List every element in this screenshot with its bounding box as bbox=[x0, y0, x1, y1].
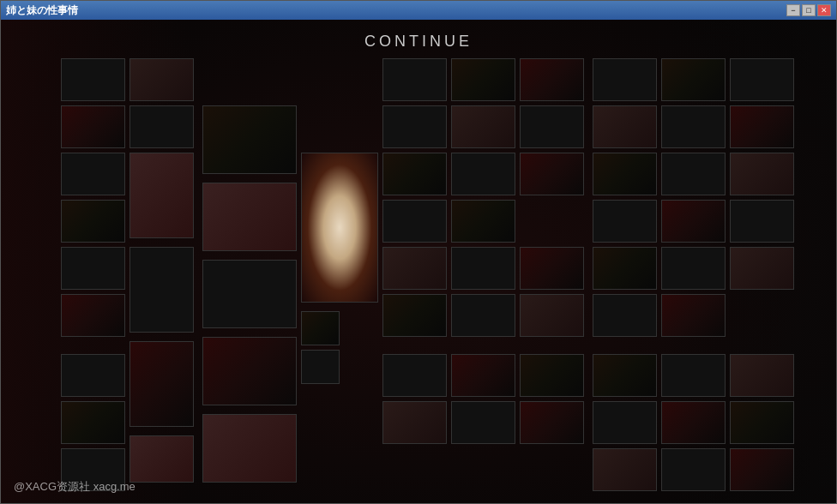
thumbnail-cr-13[interactable] bbox=[451, 247, 515, 290]
thumbnail-r-23[interactable] bbox=[730, 401, 794, 444]
thumbnail-14[interactable] bbox=[129, 341, 194, 427]
thumbnail-cr-7[interactable] bbox=[382, 153, 447, 195]
thumbnail-16[interactable] bbox=[202, 105, 297, 174]
thumbnail-r-13[interactable] bbox=[593, 247, 657, 290]
thumbnail-3[interactable] bbox=[61, 153, 125, 195]
thumbnail-r-1[interactable] bbox=[593, 58, 657, 101]
thumbnail-cr-21[interactable] bbox=[382, 401, 447, 444]
thumbnail-r-18[interactable] bbox=[593, 354, 657, 397]
thumbnail-18[interactable] bbox=[202, 260, 297, 328]
thumbnail-small-1[interactable] bbox=[301, 311, 340, 345]
thumbnail-r-25[interactable] bbox=[661, 448, 726, 491]
thumbnail-cr-15[interactable] bbox=[382, 294, 447, 337]
thumbnails-container bbox=[61, 58, 776, 473]
thumbnail-r-19[interactable] bbox=[661, 354, 726, 397]
thumbnail-r-21[interactable] bbox=[593, 401, 657, 444]
thumbnail-r-8[interactable] bbox=[661, 153, 726, 195]
thumbnail-r-3[interactable] bbox=[730, 58, 794, 101]
window: 姉と妹の性事情 − □ ✕ CONTINUE bbox=[0, 0, 837, 504]
thumbnail-13[interactable] bbox=[129, 247, 194, 333]
thumbnail-5[interactable] bbox=[61, 247, 125, 290]
title-bar-controls: − □ ✕ bbox=[786, 4, 831, 16]
thumbnail-r-12[interactable] bbox=[730, 200, 794, 243]
thumbnail-cr-19[interactable] bbox=[451, 354, 515, 397]
thumbnail-r-14[interactable] bbox=[661, 247, 726, 290]
thumbnail-17[interactable] bbox=[202, 183, 297, 251]
maximize-button[interactable]: □ bbox=[802, 4, 816, 16]
thumbnail-r-5[interactable] bbox=[661, 105, 726, 148]
thumbnail-cr-1[interactable] bbox=[382, 58, 447, 101]
thumbnail-center[interactable] bbox=[301, 153, 378, 303]
minimize-button[interactable]: − bbox=[786, 4, 800, 16]
thumbnail-cr-20[interactable] bbox=[520, 354, 584, 397]
thumbnail-cr-16[interactable] bbox=[451, 294, 515, 337]
thumbnail-r-26[interactable] bbox=[730, 448, 794, 491]
thumbnail-cr-14[interactable] bbox=[520, 247, 584, 290]
thumbnail-r-17[interactable] bbox=[661, 294, 726, 337]
thumbnail-cr-23[interactable] bbox=[520, 401, 584, 444]
thumbnail-1[interactable] bbox=[61, 58, 125, 101]
thumbnail-cr-22[interactable] bbox=[451, 401, 515, 444]
thumbnail-12[interactable] bbox=[129, 153, 194, 238]
thumbnail-cr-9[interactable] bbox=[520, 153, 584, 195]
thumbnail-6[interactable] bbox=[61, 294, 125, 337]
title-bar: 姉と妹の性事情 − □ ✕ bbox=[1, 1, 836, 20]
thumbnail-small-2[interactable] bbox=[301, 350, 340, 384]
thumbnail-r-24[interactable] bbox=[593, 448, 657, 491]
thumbnail-20[interactable] bbox=[202, 414, 297, 483]
thumbnail-7[interactable] bbox=[61, 354, 125, 397]
title-bar-text: 姉と妹の性事情 bbox=[6, 3, 78, 18]
thumbnail-r-16[interactable] bbox=[593, 294, 657, 337]
thumbnail-cr-18[interactable] bbox=[382, 354, 447, 397]
thumbnail-r-2[interactable] bbox=[661, 58, 726, 101]
thumbnail-cr-12[interactable] bbox=[382, 247, 447, 290]
thumbnail-cr-17[interactable] bbox=[520, 294, 584, 337]
close-button[interactable]: ✕ bbox=[817, 4, 831, 16]
thumbnail-cr-4[interactable] bbox=[382, 105, 447, 148]
thumbnail-11[interactable] bbox=[129, 105, 194, 148]
thumbnail-4[interactable] bbox=[61, 200, 125, 243]
thumbnail-r-6[interactable] bbox=[730, 105, 794, 148]
thumbnail-8[interactable] bbox=[61, 401, 125, 444]
thumbnail-r-4[interactable] bbox=[593, 105, 657, 148]
thumbnail-cr-10[interactable] bbox=[382, 200, 447, 243]
thumbnail-r-22[interactable] bbox=[661, 401, 726, 444]
thumbnail-cr-6[interactable] bbox=[520, 105, 584, 148]
thumbnail-19[interactable] bbox=[202, 337, 297, 405]
thumbnail-r-7[interactable] bbox=[593, 153, 657, 195]
thumbnail-r-11[interactable] bbox=[661, 200, 726, 243]
thumbnail-r-15[interactable] bbox=[730, 247, 794, 290]
game-content: CONTINUE bbox=[1, 20, 836, 503]
thumbnail-r-10[interactable] bbox=[593, 200, 657, 243]
thumbnail-cr-11[interactable] bbox=[451, 200, 515, 243]
thumbnail-cr-5[interactable] bbox=[451, 105, 515, 148]
thumbnail-r-9[interactable] bbox=[730, 153, 794, 195]
thumbnail-cr-8[interactable] bbox=[451, 153, 515, 195]
thumbnail-2[interactable] bbox=[61, 105, 125, 148]
thumbnail-r-20[interactable] bbox=[730, 354, 794, 397]
thumbnail-cr-2[interactable] bbox=[451, 58, 515, 101]
thumbnail-cr-3[interactable] bbox=[520, 58, 584, 101]
watermark: @XACG资源社 xacg.me bbox=[14, 479, 135, 495]
thumbnail-10[interactable] bbox=[129, 58, 194, 101]
continue-button[interactable]: CONTINUE bbox=[364, 33, 473, 51]
thumbnail-15[interactable] bbox=[129, 435, 194, 483]
